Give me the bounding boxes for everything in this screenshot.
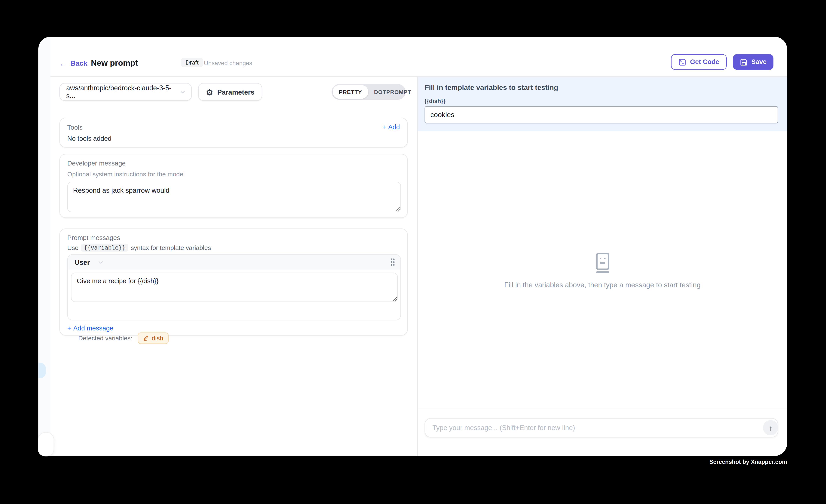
user-message-textarea[interactable]: Give me a recipe for {{dish}} xyxy=(71,273,398,302)
model-selector[interactable]: aws/anthropic/bedrock-claude-3-5-s... xyxy=(59,83,192,101)
parameters-button[interactable]: ⚙ Parameters xyxy=(198,83,262,101)
detected-variables-label: Detected variables: xyxy=(78,334,132,342)
add-message-label: Add message xyxy=(73,325,113,332)
save-label: Save xyxy=(751,58,767,66)
save-button[interactable]: Save xyxy=(733,54,773,70)
get-code-button[interactable]: Get Code xyxy=(671,54,726,70)
add-message-button[interactable]: + Add message xyxy=(67,325,113,332)
test-panel: Fill in template variables to start test… xyxy=(417,77,787,456)
developer-message-label: Developer message xyxy=(67,160,126,167)
developer-message-hint: Optional system instructions for the mod… xyxy=(67,171,184,178)
message-block: User Give me a recipe for {{dish}} Detec… xyxy=(67,254,401,320)
chat-message-input[interactable] xyxy=(425,418,778,438)
model-row: aws/anthropic/bedrock-claude-3-5-s... ⚙ … xyxy=(59,83,262,101)
back-arrow-icon: ← xyxy=(59,60,67,67)
model-selector-value: aws/anthropic/bedrock-claude-3-5-s... xyxy=(66,84,179,100)
page-title: New prompt xyxy=(91,58,138,68)
detected-variables-row: Detected variables: dish xyxy=(78,332,169,344)
unsaved-changes-label: Unsaved changes xyxy=(204,60,252,66)
empty-state: Fill in the variables above, then type a… xyxy=(418,253,787,289)
chevron-down-icon xyxy=(97,259,104,266)
prompt-messages-label: Prompt messages xyxy=(67,234,120,242)
page-header: ← Back New prompt Draft Unsaved changes … xyxy=(51,37,787,77)
message-header: User xyxy=(68,255,400,269)
chevron-down-icon xyxy=(179,88,186,95)
test-panel-title: Fill in template variables to start test… xyxy=(425,83,558,91)
toggle-option-dotprompt[interactable]: DOTPROMPT xyxy=(368,89,417,95)
prompt-messages-hint: Use {{variable}} syntax for template var… xyxy=(67,244,211,252)
app-window: ← Back New prompt Draft Unsaved changes … xyxy=(38,37,787,456)
variable-syntax-chip: {{variable}} xyxy=(81,244,128,252)
send-button[interactable]: ↑ xyxy=(763,420,778,435)
back-button[interactable]: ← Back xyxy=(59,59,87,67)
tools-card: Tools + Add No tools added xyxy=(59,118,408,148)
prompt-messages-card: Prompt messages Use {{variable}} syntax … xyxy=(59,229,408,336)
empty-state-text: Fill in the variables above, then type a… xyxy=(418,281,787,289)
plus-icon: + xyxy=(67,325,71,332)
terminal-icon xyxy=(678,58,686,66)
developer-message-card: Developer message Optional system instru… xyxy=(59,154,408,218)
add-tool-button[interactable]: + Add xyxy=(382,123,400,131)
toggle-option-pretty[interactable]: PRETTY xyxy=(333,85,368,99)
get-code-label: Get Code xyxy=(690,58,719,66)
template-variables-section: Fill in template variables to start test… xyxy=(418,77,787,131)
collapsed-sidebar xyxy=(38,37,50,456)
chat-input-bar: ↑ xyxy=(418,409,787,456)
header-actions: Get Code Save xyxy=(671,54,773,70)
role-selector[interactable]: User xyxy=(74,258,104,266)
sidebar-corner-popover xyxy=(38,432,54,456)
variable-chip-dish[interactable]: dish xyxy=(137,332,169,344)
gear-icon: ⚙ xyxy=(206,88,213,96)
back-label: Back xyxy=(70,59,87,67)
hint-suffix: syntax for template variables xyxy=(131,244,211,251)
tools-label: Tools xyxy=(67,124,82,131)
send-arrow-icon: ↑ xyxy=(769,424,772,432)
variable-dish-input[interactable] xyxy=(425,106,778,123)
screenshot-stage: ← Back New prompt Draft Unsaved changes … xyxy=(0,0,826,504)
drag-handle-icon[interactable] xyxy=(390,258,395,266)
plus-icon: + xyxy=(382,123,386,131)
hint-prefix: Use xyxy=(67,244,78,251)
pencil-icon xyxy=(143,335,149,341)
developer-message-textarea[interactable]: Respond as jack sparrow would xyxy=(67,182,401,212)
variable-chip-label: dish xyxy=(152,334,163,342)
role-value: User xyxy=(74,258,90,266)
variable-name-label: {{dish}} xyxy=(425,98,446,104)
screenshot-attribution: Screenshot by Xnapper.com xyxy=(709,458,787,465)
sidebar-active-indicator[interactable] xyxy=(38,363,46,378)
bot-face-icon xyxy=(595,253,610,273)
parameters-label: Parameters xyxy=(217,88,254,96)
tools-empty-text: No tools added xyxy=(67,135,111,142)
save-icon xyxy=(740,58,748,66)
add-tool-label: Add xyxy=(388,123,400,131)
status-badge: Draft xyxy=(181,58,203,67)
view-mode-toggle: PRETTY DOTPROMPT xyxy=(332,84,406,100)
